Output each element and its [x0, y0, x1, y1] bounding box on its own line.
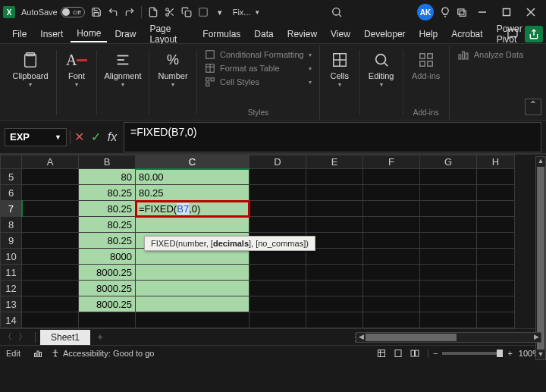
file-name[interactable]: Fix...: [233, 8, 251, 17]
spreadsheet-grid[interactable]: A B C D E F G H 58080.00 680.2580.25 780…: [0, 155, 546, 328]
minimize-button[interactable]: [470, 2, 494, 23]
col-header-a[interactable]: A: [22, 155, 79, 169]
number-button[interactable]: % Number: [154, 49, 192, 88]
copy-icon[interactable]: [178, 4, 195, 20]
row-header[interactable]: 14: [1, 312, 22, 328]
cell[interactable]: 80.25: [136, 185, 249, 201]
save-icon[interactable]: [88, 4, 105, 20]
cell[interactable]: 80.25: [79, 233, 136, 249]
user-avatar[interactable]: AK: [417, 4, 434, 20]
lightbulb-icon[interactable]: [437, 4, 453, 20]
row-header[interactable]: 11: [1, 265, 22, 281]
tab-view[interactable]: View: [325, 27, 356, 42]
row-header[interactable]: 8: [1, 217, 22, 233]
cell[interactable]: [136, 265, 249, 281]
editing-cell[interactable]: =FIXED(B7,0): [136, 201, 249, 217]
cell[interactable]: 80.25: [79, 217, 136, 233]
qat-more-icon[interactable]: ▾: [212, 4, 228, 20]
row-header[interactable]: 13: [1, 296, 22, 312]
name-box[interactable]: EXP ▼: [5, 128, 67, 146]
zoom-out-button[interactable]: −: [433, 349, 438, 358]
conditional-formatting-button[interactable]: Conditional Formatting▾: [202, 49, 315, 61]
page-break-view-button[interactable]: [406, 349, 423, 358]
alignment-button[interactable]: Alignment: [102, 49, 144, 88]
col-header-e[interactable]: E: [306, 155, 363, 169]
tab-acrobat[interactable]: Acrobat: [445, 27, 488, 42]
cell[interactable]: 8000.25: [79, 296, 136, 312]
tab-draw[interactable]: Draw: [108, 27, 142, 42]
redo-icon[interactable]: [121, 4, 138, 20]
new-icon[interactable]: [145, 4, 162, 20]
tab-formulas[interactable]: Formulas: [196, 27, 246, 42]
tab-page-layout[interactable]: Page Layout: [143, 21, 195, 47]
font-button[interactable]: A Font: [61, 49, 92, 88]
cell[interactable]: [136, 296, 249, 312]
col-header-h[interactable]: H: [477, 155, 515, 169]
row-header[interactable]: 12: [1, 281, 22, 296]
tab-developer[interactable]: Developer: [358, 27, 412, 42]
editing-button[interactable]: Editing: [365, 49, 398, 88]
comments-icon[interactable]: [504, 26, 522, 42]
collapse-ribbon-button[interactable]: ˆ: [525, 99, 541, 115]
tab-data[interactable]: Data: [248, 27, 279, 42]
horizontal-scrollbar[interactable]: ◀▶: [356, 332, 541, 343]
enter-formula-button[interactable]: ✓: [87, 129, 104, 146]
cells-button[interactable]: Cells: [325, 49, 355, 88]
row-header[interactable]: 7: [1, 201, 22, 217]
tab-insert[interactable]: Insert: [34, 27, 69, 42]
cell[interactable]: 80: [79, 169, 136, 185]
vertical-scrollbar[interactable]: ▲▼: [535, 156, 546, 360]
zoom-slider[interactable]: [442, 352, 503, 355]
sheet-prev-button[interactable]: 〈: [0, 331, 15, 343]
cell[interactable]: [79, 312, 136, 328]
cell[interactable]: [136, 217, 249, 233]
col-header-d[interactable]: D: [249, 155, 306, 169]
undo-icon[interactable]: [105, 4, 121, 20]
addins-button[interactable]: Add-ins: [408, 49, 444, 80]
row-header[interactable]: 6: [1, 185, 22, 201]
sheet-next-button[interactable]: 〉: [15, 331, 30, 343]
cut-icon[interactable]: [162, 4, 178, 20]
page-layout-view-button[interactable]: [390, 349, 406, 358]
cell[interactable]: [136, 312, 249, 328]
select-all-corner[interactable]: [1, 155, 22, 169]
cancel-formula-button[interactable]: ✕: [71, 129, 87, 146]
search-icon[interactable]: [328, 4, 345, 20]
add-sheet-button[interactable]: ＋: [90, 331, 110, 343]
col-header-f[interactable]: F: [363, 155, 420, 169]
tab-review[interactable]: Review: [281, 27, 323, 42]
function-tooltip[interactable]: FIXED(number, [decimals], [no_commas]): [144, 236, 315, 251]
format-as-table-button[interactable]: Format as Table▾: [202, 62, 315, 74]
tab-help[interactable]: Help: [413, 27, 444, 42]
cell[interactable]: 80.00: [136, 169, 249, 185]
stats-icon[interactable]: [33, 349, 43, 358]
cell[interactable]: 80.25: [79, 185, 136, 201]
col-header-g[interactable]: G: [420, 155, 477, 169]
zoom-in-button[interactable]: +: [507, 349, 512, 358]
normal-view-button[interactable]: [373, 349, 390, 358]
cell-styles-button[interactable]: Cell Styles▾: [202, 76, 315, 88]
cell[interactable]: 8000: [79, 249, 136, 265]
clipboard-button[interactable]: Clipboard: [9, 49, 52, 88]
insert-function-button[interactable]: fx: [104, 129, 121, 146]
row-header[interactable]: 5: [1, 169, 22, 185]
tab-file[interactable]: File: [6, 27, 33, 42]
col-header-b[interactable]: B: [79, 155, 136, 169]
col-header-c[interactable]: C: [136, 155, 249, 169]
accessibility-status[interactable]: Accessibility: Good to go: [51, 349, 154, 358]
unknown-qat-icon[interactable]: [195, 4, 212, 20]
maximize-button[interactable]: [494, 2, 519, 23]
switch-windows-icon[interactable]: [453, 4, 470, 20]
cell[interactable]: 8000.25: [79, 265, 136, 281]
share-button[interactable]: [525, 26, 543, 42]
formula-input[interactable]: =FIXED(B7,0): [124, 122, 541, 152]
autosave-toggle[interactable]: Off: [61, 7, 85, 17]
analyze-data-button[interactable]: Analyze Data: [457, 49, 523, 61]
close-button[interactable]: [519, 2, 543, 23]
cell[interactable]: [136, 281, 249, 296]
row-header[interactable]: 10: [1, 249, 22, 265]
cell[interactable]: 80.25: [79, 201, 136, 217]
row-header[interactable]: 9: [1, 233, 22, 249]
cell[interactable]: 8000.25: [79, 281, 136, 296]
chevron-down-icon[interactable]: ▼: [55, 133, 61, 141]
